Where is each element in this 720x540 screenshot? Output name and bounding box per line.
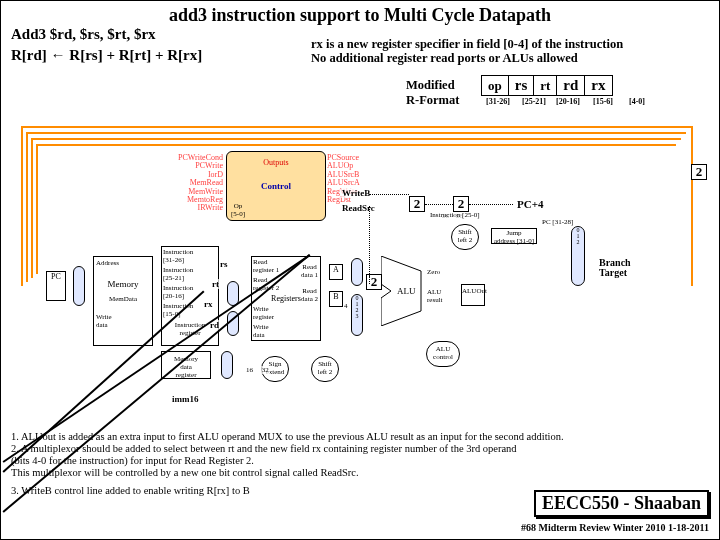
rx-note-line2: No additional register read ports or ALU… <box>311 51 578 65</box>
badge-2b: 2 <box>453 196 469 212</box>
readsrc-label: ReadSrc <box>341 203 376 213</box>
format-table: op rs rt rd rx <box>481 75 613 96</box>
shl2a: Shiftleft 2 <box>311 356 339 382</box>
rs-label: rs <box>219 259 229 269</box>
rt-label: rt <box>211 279 220 289</box>
imm16-label: imm16 <box>171 394 200 404</box>
mux-alusrcA <box>351 258 363 286</box>
pc4-label: PC+4 <box>516 198 544 210</box>
modified-rformat-label: ModifiedR-Format <box>406 78 459 108</box>
fmt-rd: rd <box>557 76 585 96</box>
mdr-box: Memorydataregister <box>161 351 211 379</box>
badge-2a: 2 <box>409 196 425 212</box>
rx-note: rx is a new register specifier in field … <box>311 37 711 66</box>
memory-box: Address Memory MemData Writedata <box>93 256 153 346</box>
mux-alusrcB: 0123 <box>351 294 363 336</box>
writeb-label: WriteB <box>341 188 371 198</box>
aluctrl: ALUcontrol <box>426 341 460 367</box>
fmt-rs: rs <box>508 76 534 96</box>
fmt-op: op <box>482 76 509 96</box>
course-box: EECC550 - Shaaban <box>534 490 709 517</box>
shl2b: Shiftleft 2 <box>451 224 479 250</box>
ctrl-left: PCWriteCond PCWrite IorD MemRead MemWrit… <box>171 154 223 213</box>
pc-box: PC <box>46 271 66 301</box>
datapath-diagram: PCWriteCond PCWrite IorD MemRead MemWrit… <box>11 116 711 421</box>
mux1 <box>73 266 85 306</box>
aluout-box: ALUOut <box>461 284 485 306</box>
a-reg: A <box>329 264 343 280</box>
branch-target-label: BranchTarget <box>598 258 632 278</box>
mux-pcsrc: 012 <box>571 226 585 286</box>
ir-box: Instruction[31-26] Instruction[25-21] In… <box>161 246 219 346</box>
jumpaddr: Jumpaddress [31-0] <box>491 228 537 244</box>
b-reg: B <box>329 291 343 307</box>
fmt-rt: rt <box>534 76 557 96</box>
footer-notes: 1. ALUout is added as an extra input to … <box>11 431 711 497</box>
format-bits: [31-26] [25-21] [20-16] [15-6] [4-0] <box>481 97 651 106</box>
rx-label: rx <box>203 299 214 309</box>
mux-wdata <box>221 351 233 379</box>
rx-note-line1: rx is a new register specifier in field … <box>311 37 623 51</box>
fmt-rx: rx <box>585 76 612 96</box>
svg-text:ALU: ALU <box>397 286 416 296</box>
footer-ref: #68 Midterm Review Winter 2010 1-18-2011 <box>521 522 709 533</box>
badge-2c: 2 <box>691 164 707 180</box>
alu-shape: ALU <box>381 256 431 326</box>
page-title: add3 instruction support to Multi Cycle … <box>1 1 719 26</box>
